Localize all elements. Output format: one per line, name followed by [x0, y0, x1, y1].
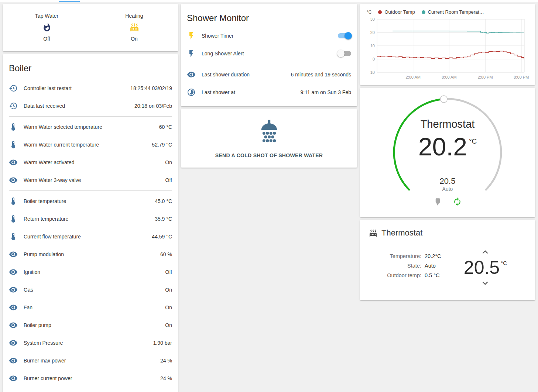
divider — [181, 64, 357, 64]
eye-icon — [9, 250, 18, 259]
entity-row[interactable]: Pump modulation 60 % — [3, 245, 178, 263]
property-value: 0.5 °C — [425, 272, 439, 278]
entity-name: Pump modulation — [24, 251, 160, 257]
eye-icon — [9, 268, 18, 276]
toggle-knob — [337, 50, 345, 57]
entity-value: 35.9 °C — [155, 216, 172, 222]
entity-name: Ignition — [24, 269, 165, 275]
entity-row[interactable]: Controller last restart 18:25:44 03/02/1… — [3, 79, 178, 97]
glance-item-heating[interactable]: Heating On — [90, 13, 178, 42]
shower-head-icon — [255, 118, 283, 147]
entity-row[interactable]: Warm Water activated On — [3, 154, 178, 171]
chevron-up-icon[interactable] — [480, 247, 491, 258]
history-clock-icon — [9, 102, 18, 110]
toggle-shower-timer[interactable] — [338, 33, 351, 38]
entity-name: Last shower duration — [202, 72, 291, 78]
property-value: 20.2°C — [425, 253, 441, 259]
property-row: State: Auto — [378, 263, 441, 269]
entity-row[interactable]: Gas On — [3, 281, 178, 299]
glance-state: On — [131, 36, 138, 42]
entity-row[interactable]: Boiler temperature 45.0 °C — [3, 192, 178, 210]
entity-name: Shower Timer — [202, 33, 338, 39]
glance-label: Heating — [125, 13, 143, 19]
divider — [9, 116, 172, 117]
entity-row[interactable]: System Pressure 1.90 bar — [3, 334, 178, 352]
dial-current-temperature: 20.2°C — [360, 132, 535, 161]
legend-item-outdoor-temp[interactable]: Outdoor Temp — [378, 9, 415, 15]
cold-shot-button[interactable]: SEND A COLD SHOT OF SHOWER WATER — [215, 152, 323, 158]
entity-row[interactable]: Return temperature 35.9 °C — [3, 210, 178, 228]
fire-icon — [42, 23, 52, 32]
entity-value: 20:18 on 03/Feb — [134, 103, 172, 109]
svg-text:30: 30 — [370, 17, 375, 21]
right-column: °C Outdoor Temp Current Room Temperat… 3… — [360, 4, 535, 303]
entity-row[interactable]: Current flow temperature 44.59 °C — [3, 228, 178, 245]
entity-value: 52.79 °C — [152, 142, 172, 148]
toggle-knob — [345, 32, 352, 39]
entity-value: 24 % — [160, 375, 172, 381]
entity-row[interactable]: Burner current power 24 % — [3, 369, 178, 387]
glance-card: Tap Water Off Heating On — [3, 4, 178, 51]
entity-value: 24 % — [160, 358, 172, 364]
target-temperature: 20.5°C — [464, 258, 507, 277]
entity-row[interactable]: Data last received 20:18 on 03/Feb — [3, 97, 178, 115]
legend-label: Current Room Temperat… — [428, 9, 484, 15]
eye-icon — [9, 338, 18, 347]
thermostat-card-header: Thermostat — [369, 228, 526, 238]
entity-value: On — [165, 159, 172, 165]
toggle-long-shower-alert[interactable] — [338, 51, 351, 56]
entity-name: Warm Water current temperature — [24, 142, 152, 148]
entity-name: Warm Water selected temperature — [24, 124, 159, 130]
entity-value: 18:25:44 03/02/19 — [130, 85, 172, 91]
legend-item-room-temp[interactable]: Current Room Temperat… — [422, 9, 484, 15]
dial-title: Thermostat — [360, 118, 535, 130]
entity-value: 60 °C — [159, 124, 172, 130]
thermometer-icon — [9, 123, 18, 131]
dial-current-value: 20.2 — [418, 133, 467, 161]
chart-unit-label: °C — [367, 10, 371, 15]
legend-label: Outdoor Temp — [384, 9, 415, 15]
entity-row[interactable]: Burner max power 24 % — [3, 352, 178, 369]
entity-value: On — [165, 322, 172, 328]
thermostat-info-card: Thermostat Temperature: 20.2°C State: Au… — [360, 220, 535, 300]
entity-row[interactable]: Warm Water selected temperature 60 °C — [3, 118, 178, 136]
property-value: Auto — [425, 263, 436, 269]
dial-handle[interactable] — [440, 96, 447, 103]
entity-row[interactable]: Warm Water 3-way valve Off — [3, 171, 178, 189]
eye-icon — [9, 374, 18, 383]
entity-row[interactable]: Fan On — [3, 299, 178, 316]
history-clock-icon — [9, 84, 18, 93]
boiler-card: Boiler Controller last restart 18:25:44 … — [3, 54, 178, 392]
entity-row[interactable]: Boiler pump On — [3, 316, 178, 334]
entity-name: Long Shower Alert — [202, 51, 338, 56]
toggle-row-shower-timer: Shower Timer — [181, 27, 357, 45]
chevron-down-icon[interactable] — [480, 278, 491, 289]
hand-pointer-icon[interactable] — [433, 197, 442, 206]
chart-legend: °C Outdoor Temp Current Room Temperat… — [366, 8, 529, 17]
timelapse-icon — [187, 88, 196, 97]
entity-name: Gas — [24, 287, 165, 293]
svg-text:-10: -10 — [369, 70, 375, 75]
glance-label: Tap Water — [35, 13, 58, 19]
entity-value: 6 minutes and 19 seconds — [291, 72, 351, 78]
entity-name: Boiler pump — [24, 322, 165, 328]
entity-row[interactable]: Last shower at 9:11 am on Sun 3 Feb — [181, 83, 357, 101]
thermostat-properties: Temperature: 20.2°C State: Auto Outdoor … — [378, 253, 441, 282]
glance-state: Off — [43, 36, 50, 42]
radiator-icon — [369, 229, 377, 237]
entity-value: On — [165, 305, 172, 310]
card-title: Shower Monitor — [181, 4, 357, 27]
entity-row[interactable]: Warm Water current temperature 52.79 °C — [3, 136, 178, 154]
autorenew-icon[interactable] — [453, 197, 462, 206]
entity-row[interactable]: Ignition Off — [3, 263, 178, 281]
thermometer-icon — [9, 197, 18, 206]
active-tab-indicator[interactable] — [59, 1, 80, 2]
glance-item-tap-water[interactable]: Tap Water Off — [3, 13, 90, 42]
eye-icon — [187, 70, 196, 79]
entity-name: Fan — [24, 305, 165, 310]
eye-icon — [9, 176, 18, 185]
entity-value: 45.0 °C — [155, 198, 172, 204]
dial-target-temperature: 20.5 — [360, 176, 535, 186]
entity-row[interactable]: Last shower duration 6 minutes and 19 se… — [181, 66, 357, 83]
entity-value: 9:11 am on Sun 3 Feb — [301, 89, 352, 95]
